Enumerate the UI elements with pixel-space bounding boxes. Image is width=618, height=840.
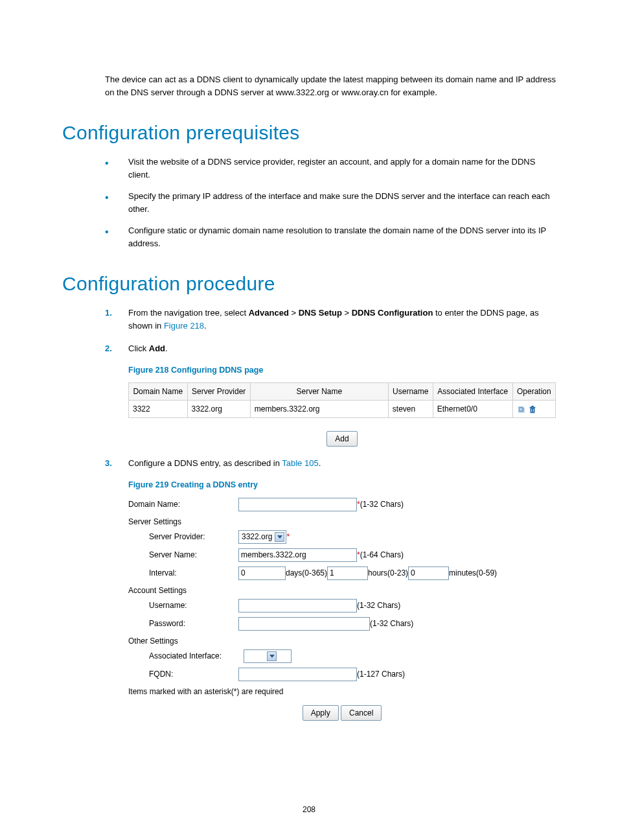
cell-provider: 3322.org <box>187 401 250 418</box>
step-text: . <box>204 321 207 331</box>
sep: > <box>289 308 299 318</box>
step-2: Click Add. Figure 218 Configuring DDNS p… <box>105 342 556 447</box>
cell-assoc-if: Ethernet0/0 <box>433 401 512 418</box>
prereq-list: Visit the website of a DDNS service prov… <box>105 156 556 250</box>
heading-procedure: Configuration procedure <box>62 273 556 295</box>
label-domain-name: Domain Name: <box>128 498 238 510</box>
nav-ddns-config: DDNS Configuration <box>352 308 433 318</box>
chevron-down-icon <box>275 532 284 542</box>
prereq-item: Specify the primary IP address of the in… <box>105 190 556 215</box>
steps-list: From the navigation tree, select Advance… <box>105 307 556 721</box>
hint-domain: (1-32 Chars) <box>360 498 404 510</box>
label-server-name: Server Name: <box>128 549 238 561</box>
heading-prerequisites: Configuration prerequisites <box>62 122 556 144</box>
edit-icon[interactable] <box>517 405 526 414</box>
fqdn-input[interactable] <box>238 668 357 681</box>
ddns-table: Domain Name Server Provider Server Name … <box>128 382 556 418</box>
required-footer: Items marked with an asterisk(*) are req… <box>128 686 556 697</box>
label-interval: Interval: <box>128 567 238 579</box>
label-password: Password: <box>128 618 238 629</box>
th-associated-interface: Associated Interface <box>433 383 512 401</box>
cell-server-name: members.3322.org <box>250 401 388 418</box>
select-value: 3322.org <box>242 531 272 542</box>
table-105-link[interactable]: Table 105 <box>282 458 318 468</box>
th-server-name: Server Name <box>250 383 388 401</box>
label-server-provider: Server Provider: <box>128 531 238 542</box>
nav-advanced: Advanced <box>249 308 289 318</box>
chevron-down-icon <box>267 651 277 661</box>
select-value <box>247 650 264 662</box>
table-row: 3322 3322.org members.3322.org steven Et… <box>129 401 556 418</box>
th-server-provider: Server Provider <box>187 383 250 401</box>
figure-219-caption: Figure 219 Creating a DDNS entry <box>128 479 556 491</box>
step-text: Configure a DDNS entry, as described in <box>128 458 282 468</box>
apply-button[interactable]: Apply <box>303 705 339 721</box>
step-text: From the navigation tree, select <box>128 308 249 318</box>
interval-minutes-input[interactable] <box>408 566 449 580</box>
figure-218-link[interactable]: Figure 218 <box>164 321 204 331</box>
step-text: . <box>165 344 168 353</box>
hint-username: (1-32 Chars) <box>357 600 400 611</box>
hint-days: days(0-365) <box>286 567 327 579</box>
server-provider-select[interactable]: 3322.org <box>238 530 286 544</box>
hint-minutes: minutes(0-59) <box>449 567 497 579</box>
assoc-interface-select[interactable] <box>244 649 292 663</box>
prereq-item: Visit the website of a DDNS service prov… <box>105 156 556 181</box>
intro-text: The device can act as a DDNS client to d… <box>105 73 556 99</box>
page-number: 208 <box>0 805 618 814</box>
step-3: Configure a DDNS entry, as described in … <box>105 457 556 720</box>
server-settings-heading: Server Settings <box>128 516 556 528</box>
prereq-item: Configure static or dynamic domain name … <box>105 224 556 250</box>
add-button[interactable]: Add <box>326 431 357 447</box>
label-fqdn: FQDN: <box>128 668 238 680</box>
hint-server-name: (1-64 Chars) <box>360 549 404 561</box>
interval-hours-input[interactable] <box>327 566 368 580</box>
cell-username: steven <box>388 401 433 418</box>
cell-operation <box>512 401 555 418</box>
cell-domain: 3322 <box>129 401 188 418</box>
figure-218-caption: Figure 218 Configuring DDNS page <box>128 364 556 377</box>
ddns-entry-form: Domain Name: *(1-32 Chars) Server Settin… <box>128 498 556 721</box>
sep: > <box>342 308 352 318</box>
required-mark: * <box>286 531 290 542</box>
hint-password: (1-32 Chars) <box>370 618 413 629</box>
domain-name-input[interactable] <box>238 498 357 511</box>
th-operation: Operation <box>512 383 555 401</box>
other-settings-heading: Other Settings <box>128 635 556 647</box>
th-username: Username <box>388 383 433 401</box>
hint-fqdn: (1-127 Chars) <box>357 668 405 680</box>
th-domain-name: Domain Name <box>129 383 188 401</box>
nav-dns-setup: DNS Setup <box>299 308 342 318</box>
step-text: . <box>319 458 321 468</box>
step-1: From the navigation tree, select Advance… <box>105 307 556 332</box>
account-settings-heading: Account Settings <box>128 585 556 596</box>
label-username: Username: <box>128 600 238 611</box>
password-input[interactable] <box>238 617 370 631</box>
delete-icon[interactable] <box>528 405 537 414</box>
hint-hours: hours(0-23) <box>368 567 408 579</box>
username-input[interactable] <box>238 599 357 612</box>
interval-days-input[interactable] <box>238 566 286 580</box>
step-text: Click <box>128 344 149 353</box>
cancel-button[interactable]: Cancel <box>341 705 382 721</box>
server-name-input[interactable] <box>238 548 357 562</box>
label-assoc-interface: Associated Interface: <box>128 650 244 662</box>
add-bold: Add <box>149 344 165 353</box>
